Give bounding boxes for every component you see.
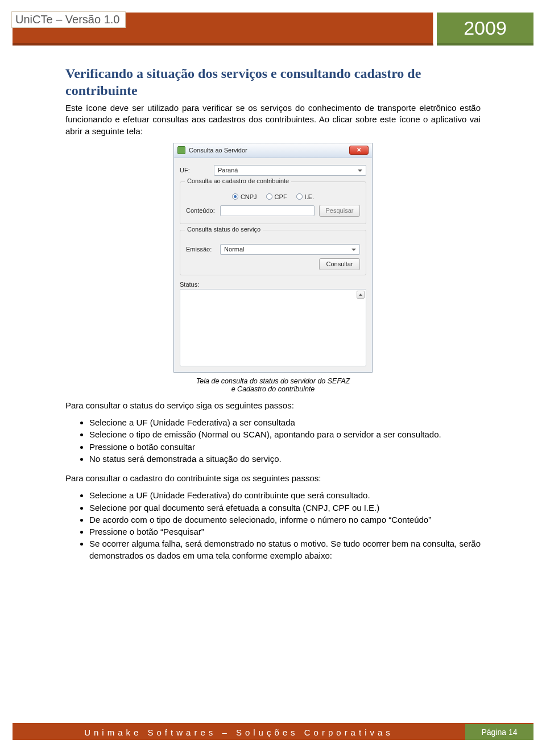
radio-icon [296,193,303,200]
header-year-box: 2009 [437,13,533,46]
list-item: Se ocorrer alguma falha, será demonstrad… [89,538,481,561]
dialog-titlebar: Consulta ao Servidor ✕ [174,143,372,158]
para-steps-1: Para consultar o status do serviço siga … [65,400,481,411]
dialog-body: UF: Paraná Consulta ao cadastro de contr… [174,158,372,372]
consulta-dialog: Consulta ao Servidor ✕ UF: Paraná Consul… [173,143,373,373]
group-status: Consulta status do serviço Emissão: Norm… [180,230,366,275]
list-item: Selecione a UF (Unidade Federativa) a se… [89,417,481,428]
page-footer: Unimake Softwares – Soluções Corporativa… [13,723,533,740]
header-title-box: UniCTe – Versão 1.0 [11,11,126,28]
page-content: Verificando a situação dos serviços e co… [0,46,546,561]
list-item: Pressione o botão consultar [89,441,481,453]
caption-line2: e Cadastro do contribuinte [231,385,315,393]
uf-select[interactable]: Paraná [214,165,366,176]
consultar-row: Consultar [186,258,360,270]
footer-company: Unimake Softwares – Soluções Corporativa… [13,724,465,740]
footer-page: Página 14 [465,724,533,740]
list-item: Selecione a UF (Unidade Federativa) do c… [89,490,481,501]
figure-caption: Tela de consulta do status do servidor d… [65,377,481,393]
pesquisar-button[interactable]: Pesquisar [319,205,360,217]
list-item: De acordo com o tipo de documento seleci… [89,514,481,526]
scroll-up-icon[interactable] [357,291,365,299]
radio-ie[interactable]: I.E. [296,193,315,200]
footer-company-text: Unimake Softwares – Soluções Corporativa… [84,728,394,737]
uf-value: Paraná [218,167,238,173]
radio-cpf-label: CPF [275,193,287,200]
header-title: UniCTe – Versão 1.0 [15,13,119,26]
emissao-value: Normal [224,246,244,253]
para-steps-2: Para consultar o cadastro do contribuint… [65,473,481,484]
group-status-legend: Consulta status do serviço [185,226,263,233]
conteudo-input[interactable] [220,205,315,216]
conteudo-row: Conteúdo: Pesquisar [186,205,360,217]
emissao-label: Emissão: [186,246,216,253]
status-label: Status: [180,281,199,288]
list-item: Selecione por qual documento será efetua… [89,502,481,514]
group-cadastro-legend: Consulta ao cadastro de contribuinte [185,177,291,184]
status-textarea[interactable] [180,289,366,366]
app-icon [177,146,185,154]
header-year: 2009 [464,17,507,39]
header-left-bar: UniCTe – Versão 1.0 [13,13,433,46]
list-item: Pressione o botão “Pesquisar” [89,526,481,538]
radio-icon [232,193,238,200]
group-cadastro: Consulta ao cadastro de contribuinte CNP… [180,181,366,224]
emissao-row: Emissão: Normal [186,244,360,255]
radio-cpf[interactable]: CPF [266,193,287,200]
footer-page-text: Página 14 [481,728,517,737]
emissao-select[interactable]: Normal [220,244,360,255]
radio-row: CNPJ CPF I.E. [186,193,360,200]
list-item: No status será demonstrada a situação do… [89,453,481,465]
list-steps-2: Selecione a UF (Unidade Federativa) do c… [65,490,481,561]
close-icon[interactable]: ✕ [349,146,369,155]
radio-cnpj-label: CNPJ [241,193,257,200]
caption-line1: Tela de consulta do status do servidor d… [196,377,350,385]
dialog-title: Consulta ao Servidor [189,147,349,154]
dialog-screenshot: Consulta ao Servidor ✕ UF: Paraná Consul… [65,143,481,373]
status-area: Status: [180,281,366,366]
list-steps-1: Selecione a UF (Unidade Federativa) a se… [65,417,481,465]
conteudo-label: Conteúdo: [186,207,216,214]
page-header: UniCTe – Versão 1.0 2009 [13,13,533,46]
radio-icon [266,193,272,200]
consultar-button[interactable]: Consultar [319,258,360,270]
uf-label: UF: [180,167,209,173]
list-item: Selecione o tipo de emissão (Normal ou S… [89,429,481,440]
intro-paragraph: Este ícone deve ser utilizado para verif… [65,102,481,137]
radio-ie-label: I.E. [305,193,315,200]
radio-cnpj[interactable]: CNPJ [232,193,257,200]
uf-row: UF: Paraná [180,165,366,176]
section-heading: Verificando a situação dos serviços e co… [65,65,481,99]
